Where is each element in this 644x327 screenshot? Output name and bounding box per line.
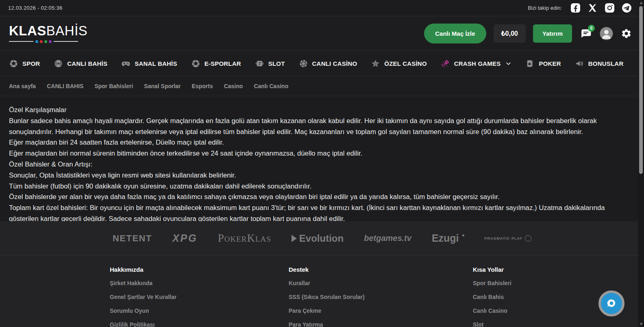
logo-dots bbox=[35, 40, 52, 43]
footer-link-sorumlu-oyun[interactable]: Sorumlu Oyun bbox=[110, 307, 289, 314]
header-actions: Canlı Maç İzle ₺0,00 Yatırım 0 bbox=[424, 24, 632, 43]
live-chat-button[interactable] bbox=[598, 290, 624, 316]
svg-text:♠: ♠ bbox=[528, 61, 531, 66]
telegram-icon[interactable] bbox=[622, 3, 632, 13]
slot-machine-icon: 7 bbox=[255, 59, 264, 68]
footer-link-kurallar[interactable]: Kurallar bbox=[289, 279, 473, 287]
nav-item-bonuslar[interactable]: BONUSLAR bbox=[575, 59, 624, 68]
rocket-icon bbox=[441, 59, 450, 68]
svg-text:7: 7 bbox=[258, 61, 261, 66]
facebook-icon[interactable] bbox=[570, 3, 581, 13]
content-paragraph: Toplam kart özel bahisleri: Bir oyuncu i… bbox=[9, 203, 633, 221]
scrollbar-down-arrow[interactable] bbox=[640, 323, 643, 325]
logo-dot-green bbox=[44, 40, 47, 43]
content-paragraph: Özel bahislerde yer alan bir veya daha f… bbox=[9, 192, 633, 203]
footer-column-destek: Destek Kurallar SSS (Sıkca Sorulan Sorul… bbox=[289, 266, 473, 327]
gear-icon bbox=[621, 28, 632, 39]
nav-item-poker[interactable]: ♠ POKER bbox=[525, 59, 561, 68]
footer-column-title: Kısa Yollar bbox=[473, 266, 644, 273]
nav-label: CRASH GAMES bbox=[454, 60, 501, 67]
footer-link-sss[interactable]: SSS (Sıkca Sorulan Sorular) bbox=[289, 293, 473, 301]
evolution-logo-text: Evolution bbox=[299, 233, 344, 244]
logo-dot-blue bbox=[35, 40, 38, 43]
nav-label: SPOR bbox=[22, 60, 40, 67]
footer: Hakkımızda Şirket Hakkında Genel Şartlar… bbox=[0, 256, 644, 327]
logo-text: KLASBAHİS bbox=[9, 24, 78, 38]
breadcrumb: Ana sayfa CANLI BAHIS Spor Bahisleri San… bbox=[0, 76, 644, 96]
account-button[interactable] bbox=[599, 26, 614, 41]
content-paragraph: Sonuçlar, Opta İstatistikleri veya ligin… bbox=[9, 170, 633, 181]
content-paragraph: Bunlar sadece bahis amaçlı hayali maçlar… bbox=[9, 116, 633, 138]
scrollbar-thumb[interactable] bbox=[639, 6, 643, 174]
logo-line-left bbox=[9, 41, 33, 42]
nav-item-crash-games[interactable]: CRASH GAMES bbox=[441, 59, 512, 68]
user-avatar-icon bbox=[599, 26, 614, 41]
megaphone-icon bbox=[575, 59, 584, 68]
breadcrumb-canli-casino[interactable]: Canlı Casino bbox=[254, 83, 288, 89]
pokerklas-logo: PokerKlas bbox=[218, 232, 271, 245]
nav-item-ozel-casino[interactable]: ÖZEL CASİNO bbox=[371, 59, 426, 68]
game-providers-band: NETENT XPG PokerKlas Evolution betgames.… bbox=[0, 221, 644, 256]
logo-dot-purple bbox=[49, 40, 52, 43]
scrollbar-up-arrow[interactable] bbox=[640, 2, 643, 4]
ezugi-logo: Ezugi bbox=[432, 232, 464, 244]
soccer-icon bbox=[9, 59, 18, 68]
nav-item-sanal-bahis[interactable]: SANAL BAHİS bbox=[121, 59, 177, 68]
netent-logo: NETENT bbox=[113, 233, 152, 244]
footer-column-title: Destek bbox=[289, 266, 473, 273]
breadcrumb-esports[interactable]: Esports bbox=[192, 83, 213, 89]
casino-chip-icon bbox=[299, 59, 308, 68]
footer-column-title: Hakkımızda bbox=[110, 266, 289, 273]
content-paragraph: Eğer maçlardan biri 24 saatten fazla ert… bbox=[9, 137, 633, 148]
pragmatic-play-logo-text: PRAGMATIC PLAY bbox=[485, 236, 523, 240]
footer-link-para-yatirma[interactable]: Para Yatırma bbox=[289, 321, 473, 327]
gamepad-icon bbox=[121, 59, 131, 68]
x-twitter-icon[interactable] bbox=[587, 3, 598, 13]
nav-item-e-sporlar[interactable]: E-SPORLAR bbox=[191, 59, 241, 68]
logo-text-light: BAHİS bbox=[46, 23, 88, 38]
balance-display[interactable]: ₺0,00 bbox=[494, 24, 526, 43]
content-paragraph: Özel Bahisler & Oran Artışı: bbox=[9, 159, 633, 170]
footer-link-para-cekme[interactable]: Para Çekme bbox=[289, 307, 473, 314]
nav-label: SLOT bbox=[268, 60, 285, 67]
pragmatic-play-logo: PRAGMATIC PLAY bbox=[485, 235, 532, 242]
instagram-icon[interactable] bbox=[605, 3, 615, 13]
nav-label: ÖZEL CASİNO bbox=[384, 60, 426, 67]
settings-button[interactable] bbox=[621, 28, 632, 39]
klasbahis-logo[interactable]: KLASBAHİS bbox=[9, 24, 78, 43]
footer-link-sirket-hakkinda[interactable]: Şirket Hakkında bbox=[110, 279, 289, 287]
evolution-logo-mark bbox=[292, 235, 297, 242]
breadcrumb-casino[interactable]: Casino bbox=[224, 83, 243, 89]
nav-label: E-SPORLAR bbox=[205, 60, 241, 67]
xpg-logo: XPG bbox=[172, 232, 198, 244]
footer-link-gizlilik-politikasi[interactable]: Gizlilik Politikası bbox=[110, 321, 289, 327]
content-title: Özel Karşılaşmalar bbox=[9, 105, 633, 116]
poker-card-icon: ♠ bbox=[525, 59, 535, 68]
logo-line-right bbox=[54, 41, 78, 42]
topbar: 12.03.2026 - 02:05:36 Bizi takip edin: bbox=[0, 0, 644, 16]
logo-dot-red bbox=[40, 40, 43, 43]
breadcrumb-spor-bahisleri[interactable]: Spor Bahisleri bbox=[94, 83, 133, 89]
footer-link-genel-sartlar[interactable]: Genel Şartlar Ve Kurallar bbox=[110, 293, 289, 301]
breadcrumb-sanal-sporlar[interactable]: Sanal Sporlar bbox=[144, 83, 181, 89]
header: KLASBAHİS Canlı Maç İzle ₺0,00 Yatırım 0 bbox=[0, 16, 644, 50]
logo-text-bold: KLAS bbox=[9, 23, 46, 38]
nav-item-slot[interactable]: 7 SLOT bbox=[255, 59, 285, 68]
datetime-display: 12.03.2026 - 02:05:36 bbox=[8, 5, 63, 11]
messages-button[interactable]: 0 bbox=[579, 27, 592, 40]
footer-link-slot[interactable]: Slot bbox=[473, 321, 644, 327]
betgames-logo: betgames.tv bbox=[364, 234, 411, 243]
nav-item-spor[interactable]: SPOR bbox=[9, 59, 40, 68]
nav-label: CANLI BAHİS bbox=[67, 60, 107, 67]
live-match-button[interactable]: Canlı Maç İzle bbox=[424, 24, 486, 43]
vertical-scrollbar[interactable] bbox=[638, 0, 644, 327]
social-follow: Bizi takip edin: bbox=[528, 3, 632, 13]
breadcrumb-canli-bahis[interactable]: CANLI BAHIS bbox=[47, 83, 83, 89]
nav-label: POKER bbox=[539, 60, 561, 67]
footer-link-spor-bahisleri[interactable]: Spor Bahisleri bbox=[473, 279, 644, 287]
star-icon bbox=[371, 59, 380, 68]
nav-item-canli-casino[interactable]: CANLI CASİNO bbox=[299, 59, 357, 68]
breadcrumb-ana-sayfa[interactable]: Ana sayfa bbox=[9, 83, 36, 89]
nav-item-canli-bahis[interactable]: CANLI BAHİS bbox=[54, 59, 107, 68]
deposit-button[interactable]: Yatırım bbox=[533, 24, 572, 43]
